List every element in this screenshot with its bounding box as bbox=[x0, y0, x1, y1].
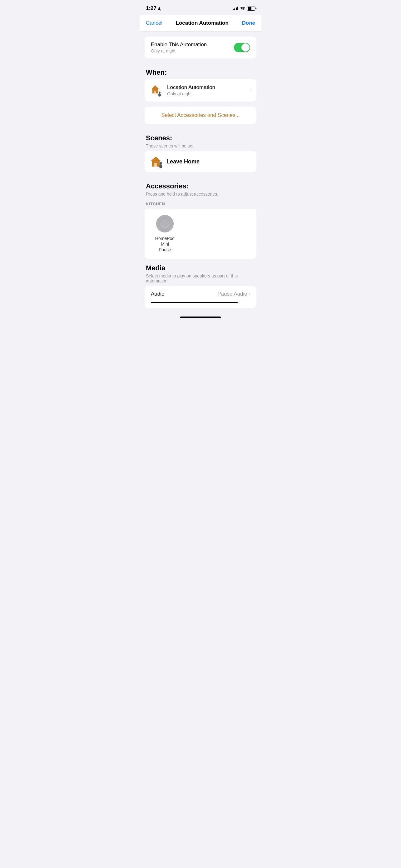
leave-home-icon-container bbox=[149, 155, 163, 168]
status-time: 1:27 bbox=[146, 5, 161, 11]
location-text: Location Automation Only at night bbox=[167, 84, 215, 96]
status-bar: 1:27 bbox=[140, 0, 261, 15]
home-bar bbox=[180, 316, 221, 318]
location-icon-container bbox=[149, 84, 163, 97]
svg-point-5 bbox=[158, 93, 161, 97]
svg-rect-8 bbox=[154, 163, 157, 166]
homepod-mini-icon bbox=[156, 215, 174, 232]
location-automation-time: Only at night bbox=[167, 91, 215, 96]
select-accessories-label: Select Accessories and Scenes... bbox=[161, 112, 239, 118]
select-accessories-card[interactable]: Select Accessories and Scenes... bbox=[144, 106, 257, 124]
enable-automation-card: Enable This Automation Only at night bbox=[144, 36, 257, 58]
location-automation-name: Location Automation bbox=[167, 84, 215, 91]
svg-point-12 bbox=[161, 218, 169, 227]
leave-home-icon bbox=[149, 155, 163, 168]
location-arrow-icon bbox=[158, 6, 161, 11]
wifi-icon bbox=[240, 6, 245, 10]
enable-automation-toggle[interactable] bbox=[234, 43, 250, 52]
enable-automation-subtitle: Only at night bbox=[151, 49, 207, 54]
main-content: Enable This Automation Only at night Whe… bbox=[140, 32, 261, 324]
location-automation-card[interactable]: Location Automation Only at night › bbox=[144, 79, 257, 101]
toggle-knob bbox=[241, 43, 249, 52]
leave-home-label: Leave Home bbox=[166, 158, 200, 165]
enable-automation-title: Enable This Automation bbox=[151, 41, 207, 48]
location-automation-icon bbox=[149, 84, 163, 97]
audio-label: Audio bbox=[151, 291, 164, 297]
select-accessories-button[interactable]: Select Accessories and Scenes... bbox=[144, 106, 257, 124]
enable-automation-text: Enable This Automation Only at night bbox=[151, 41, 207, 54]
nav-title: Location Automation bbox=[176, 20, 229, 26]
scenes-section-header: Scenes: These scenes will be set. bbox=[140, 129, 261, 151]
svg-marker-1 bbox=[152, 85, 159, 89]
nav-bar: Cancel Location Automation Done bbox=[140, 15, 261, 32]
accessories-title: Accessories: bbox=[146, 182, 255, 190]
svg-point-4 bbox=[159, 92, 161, 93]
audio-right: Pause Audio › bbox=[218, 291, 250, 297]
media-section-header: Media Select media to play on speakers a… bbox=[140, 259, 261, 286]
audio-row[interactable]: Audio Pause Audio › bbox=[144, 286, 257, 302]
accessory-item-homepod[interactable]: HomePod Mini Pause bbox=[144, 209, 185, 259]
svg-point-0 bbox=[242, 10, 243, 10]
location-row[interactable]: Location Automation Only at night › bbox=[144, 79, 257, 101]
accessories-grid: HomePod Mini Pause bbox=[144, 209, 257, 259]
signal-bars-icon bbox=[233, 6, 238, 10]
home-indicator bbox=[140, 314, 261, 319]
scenes-title: Scenes: bbox=[146, 134, 255, 142]
audio-card: Audio Pause Audio › bbox=[144, 286, 257, 308]
enable-automation-row: Enable This Automation Only at night bbox=[144, 36, 257, 58]
when-title: When: bbox=[146, 68, 255, 76]
media-subtitle: Select media to play on speakers as part… bbox=[146, 273, 255, 283]
audio-value: Pause Audio bbox=[218, 291, 247, 297]
done-button[interactable]: Done bbox=[242, 20, 256, 26]
svg-rect-3 bbox=[154, 91, 156, 93]
leave-home-card: Leave Home bbox=[144, 151, 257, 172]
kitchen-label: KITCHEN bbox=[140, 199, 261, 209]
accessories-section-header: Accessories: Press and hold to adjust ac… bbox=[140, 177, 261, 199]
svg-point-10 bbox=[159, 165, 162, 168]
accessories-subtitle: Press and hold to adjust accessories. bbox=[146, 191, 255, 196]
leave-home-row: Leave Home bbox=[144, 151, 257, 172]
cancel-button[interactable]: Cancel bbox=[146, 20, 162, 26]
audio-chevron-icon: › bbox=[248, 291, 250, 297]
battery-icon bbox=[247, 6, 255, 11]
svg-marker-6 bbox=[151, 157, 161, 161]
status-icons bbox=[233, 6, 255, 11]
scenes-subtitle: These scenes will be set. bbox=[146, 144, 255, 148]
when-section-header: When: bbox=[140, 63, 261, 79]
location-row-left: Location Automation Only at night bbox=[149, 84, 215, 97]
svg-point-9 bbox=[160, 162, 162, 165]
location-chevron-icon: › bbox=[250, 88, 252, 93]
svg-point-11 bbox=[156, 215, 174, 232]
media-title: Media bbox=[146, 264, 255, 272]
homepod-mini-name: HomePod Mini Pause bbox=[151, 236, 179, 253]
